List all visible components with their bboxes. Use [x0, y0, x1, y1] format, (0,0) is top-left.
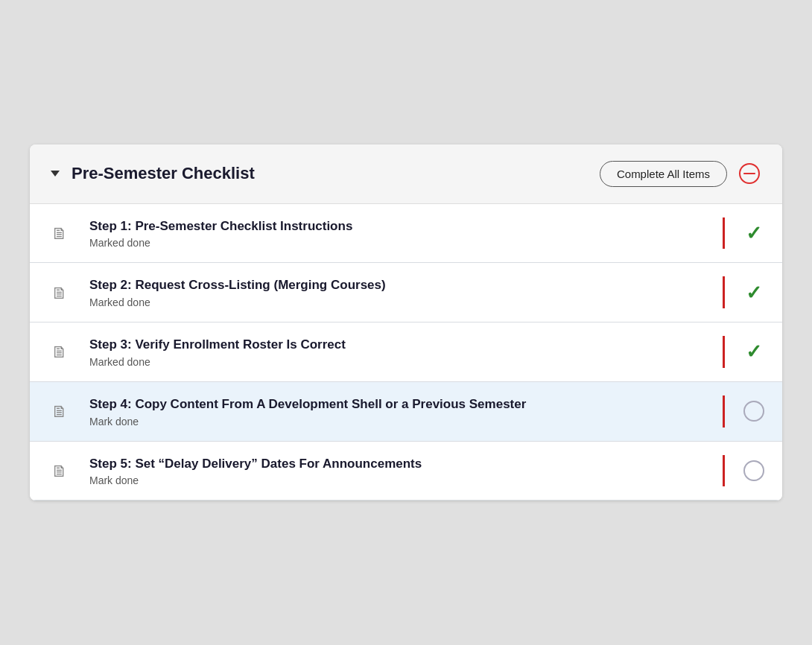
row-content: Step 4: Copy Content From A Development …: [89, 395, 723, 428]
row-content: Step 1: Pre-Semester Checklist Instructi…: [89, 217, 723, 250]
checklist-row: 🗎 Step 2: Request Cross-Listing (Merging…: [30, 263, 782, 322]
row-title[interactable]: Step 3: Verify Enrollment Roster Is Corr…: [89, 336, 715, 354]
row-title[interactable]: Step 4: Copy Content From A Development …: [89, 395, 715, 413]
checklist-header: Pre-Semester Checklist Complete All Item…: [30, 144, 782, 204]
check-column: ✓: [723, 217, 782, 250]
complete-all-button[interactable]: Complete All Items: [600, 161, 727, 187]
row-content: Step 3: Verify Enrollment Roster Is Corr…: [89, 336, 723, 368]
header-left: Pre-Semester Checklist: [51, 164, 255, 183]
checklist-title: Pre-Semester Checklist: [72, 164, 255, 183]
minus-circle-icon[interactable]: [738, 162, 761, 185]
row-title[interactable]: Step 2: Request Cross-Listing (Merging C…: [89, 276, 715, 294]
checklist-rows: 🗎 Step 1: Pre-Semester Checklist Instruc…: [30, 204, 782, 501]
row-icon-area: 🗎: [30, 282, 89, 303]
checklist-row: 🗎 Step 1: Pre-Semester Checklist Instruc…: [30, 204, 782, 264]
chevron-down-icon[interactable]: [51, 171, 60, 177]
checklist-row: 🗎 Step 3: Verify Enrollment Roster Is Co…: [30, 322, 782, 382]
row-subtitle: Marked done: [89, 237, 715, 249]
checkmark-icon[interactable]: ✓: [746, 223, 762, 243]
document-icon: 🗎: [51, 462, 68, 481]
checkmark-icon[interactable]: ✓: [746, 342, 762, 361]
document-icon: 🗎: [51, 402, 68, 422]
document-icon: 🗎: [51, 343, 68, 362]
row-subtitle: Mark done: [89, 474, 715, 486]
mark-done-circle[interactable]: [743, 401, 764, 422]
document-icon: 🗎: [51, 284, 68, 303]
row-icon-area: 🗎: [30, 460, 89, 481]
checklist-row: 🗎 Step 4: Copy Content From A Developmen…: [30, 382, 782, 442]
row-content: Step 2: Request Cross-Listing (Merging C…: [89, 276, 723, 308]
row-icon-area: 🗎: [30, 223, 89, 244]
row-icon-area: 🗎: [30, 341, 89, 362]
check-column: [723, 455, 782, 487]
row-subtitle: Marked done: [89, 296, 715, 308]
row-content: Step 5: Set “Delay Delivery” Dates For A…: [89, 455, 723, 487]
document-icon: 🗎: [51, 224, 68, 244]
row-subtitle: Marked done: [89, 356, 715, 368]
mark-done-circle[interactable]: [743, 460, 764, 481]
row-subtitle: Mark done: [89, 416, 715, 428]
row-title[interactable]: Step 5: Set “Delay Delivery” Dates For A…: [89, 455, 715, 473]
check-column: ✓: [723, 276, 782, 308]
row-title[interactable]: Step 1: Pre-Semester Checklist Instructi…: [89, 217, 715, 235]
checkmark-icon[interactable]: ✓: [746, 283, 762, 302]
row-icon-area: 🗎: [30, 401, 89, 422]
checklist-row: 🗎 Step 5: Set “Delay Delivery” Dates For…: [30, 442, 782, 501]
check-column: [723, 395, 782, 428]
check-column: ✓: [723, 336, 782, 368]
header-right: Complete All Items: [600, 161, 761, 187]
checklist-card: Pre-Semester Checklist Complete All Item…: [30, 144, 782, 501]
